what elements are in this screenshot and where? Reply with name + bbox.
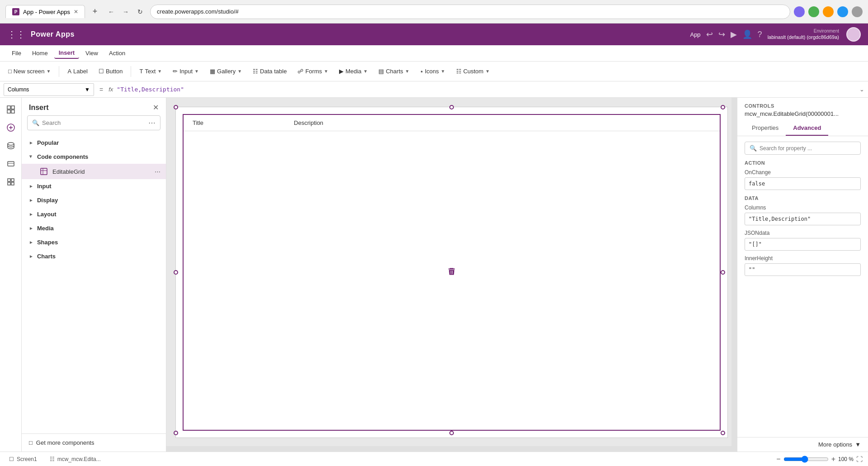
- right-panel-header: CONTROLS mcw_mcw.EditableGrid(00000001..…: [737, 98, 868, 136]
- extension-icon-3: [823, 6, 834, 17]
- innerheight-value[interactable]: [745, 263, 861, 276]
- sidebar-controls-button[interactable]: [3, 156, 19, 172]
- columns-value[interactable]: [745, 213, 861, 225]
- back-button[interactable]: ←: [105, 5, 118, 18]
- redo-icon[interactable]: ↪: [718, 29, 725, 39]
- formula-input[interactable]: [117, 83, 856, 96]
- jsondata-value[interactable]: [745, 238, 861, 251]
- charts-button[interactable]: ▤ Charts ▼: [374, 66, 414, 76]
- forward-button[interactable]: →: [119, 5, 132, 18]
- zoom-slider[interactable]: [783, 456, 829, 463]
- forms-button[interactable]: ☍ Forms ▼: [293, 66, 333, 76]
- category-display-header[interactable]: ► Display: [22, 193, 166, 207]
- help-icon[interactable]: ?: [758, 30, 762, 39]
- share-icon[interactable]: 👤: [742, 29, 752, 39]
- menu-file[interactable]: File: [7, 48, 26, 58]
- onchange-value[interactable]: [745, 177, 861, 190]
- more-options-button[interactable]: More options ▼: [737, 437, 868, 452]
- handle-bot-right[interactable]: [721, 431, 725, 435]
- insert-panel-close-button[interactable]: ✕: [153, 103, 159, 112]
- new-screen-button[interactable]: □ New screen ▼: [4, 66, 55, 76]
- insert-item-editablegrid[interactable]: EditableGrid ⋯: [22, 164, 166, 179]
- play-icon[interactable]: ▶: [731, 29, 737, 39]
- waffle-menu-icon[interactable]: ⋮⋮: [7, 29, 25, 40]
- tab-properties[interactable]: Properties: [745, 121, 786, 136]
- category-input-header[interactable]: ► Input: [22, 179, 166, 193]
- address-bar[interactable]: [150, 5, 790, 19]
- handle-top-left[interactable]: [174, 105, 178, 109]
- handle-top-right[interactable]: [721, 105, 725, 109]
- category-media-header[interactable]: ► Media: [22, 221, 166, 235]
- menu-view[interactable]: View: [81, 48, 103, 58]
- new-tab-button[interactable]: +: [89, 5, 101, 18]
- media-button[interactable]: ▶ Media ▼: [335, 66, 372, 76]
- property-search-input[interactable]: [760, 145, 856, 152]
- refresh-button[interactable]: ↻: [134, 5, 146, 18]
- handle-mid-left[interactable]: [174, 270, 178, 275]
- text-icon: T: [139, 68, 143, 75]
- svg-rect-1: [11, 106, 14, 109]
- icons-button[interactable]: ⭑ Icons ▼: [416, 66, 450, 77]
- handle-bot-center[interactable]: [449, 431, 454, 435]
- browser-tab[interactable]: P App - Power Apps ✕: [5, 5, 85, 18]
- zoom-out-button[interactable]: −: [776, 455, 780, 463]
- editablegrid-more-icon[interactable]: ⋯: [155, 168, 160, 175]
- custom-button[interactable]: ☷ Custom ▼: [452, 66, 495, 76]
- toolbar-sep-1: [59, 66, 59, 77]
- menu-home[interactable]: Home: [28, 48, 52, 58]
- button-button[interactable]: ☐ Button: [94, 66, 127, 76]
- undo-icon[interactable]: ↩: [706, 29, 713, 39]
- screen1-tab[interactable]: ☐ Screen1: [5, 454, 41, 464]
- category-media-label: Media: [37, 225, 54, 232]
- get-more-components-button[interactable]: □ Get more components: [22, 433, 166, 452]
- search-options-button[interactable]: ⋯: [148, 119, 156, 127]
- handle-mid-right[interactable]: [721, 270, 725, 275]
- canvas-vscrollbar[interactable]: [731, 98, 737, 446]
- popular-chevron-icon: ►: [29, 140, 33, 145]
- label-button[interactable]: A Label: [63, 66, 92, 76]
- input-button[interactable]: ✏ Input ▼: [168, 66, 203, 76]
- category-code-components-header[interactable]: ► Code components: [22, 150, 166, 164]
- handle-top-center[interactable]: [449, 105, 454, 109]
- canvas-hscrollbar[interactable]: [166, 446, 737, 452]
- formula-expand-icon[interactable]: ⌄: [859, 86, 864, 93]
- svg-rect-12: [8, 182, 10, 185]
- sidebar-components-button[interactable]: [3, 174, 19, 190]
- text-button[interactable]: T Text ▼: [135, 66, 166, 76]
- user-avatar[interactable]: [846, 27, 861, 42]
- fullscreen-button[interactable]: ⛶: [856, 456, 863, 463]
- component-tab[interactable]: ☷ mcw_mcw.Edita...: [46, 454, 104, 464]
- category-shapes-header[interactable]: ► Shapes: [22, 235, 166, 249]
- canvas-inner: Title Description: [175, 107, 728, 438]
- category-charts-header[interactable]: ► Charts: [22, 249, 166, 263]
- canvas-frame[interactable]: Title Description: [175, 107, 728, 438]
- svg-rect-10: [8, 179, 10, 181]
- sidebar-nav-button[interactable]: [3, 101, 19, 118]
- right-panel: CONTROLS mcw_mcw.EditableGrid(00000001..…: [737, 98, 868, 452]
- insert-panel-header: Insert ✕: [22, 98, 166, 115]
- menu-action[interactable]: Action: [104, 48, 130, 58]
- sidebar-data-button[interactable]: [3, 138, 19, 154]
- tab-close-icon[interactable]: ✕: [74, 9, 78, 15]
- zoom-control: − + 100 % ⛶: [776, 455, 863, 463]
- sidebar-insert-button[interactable]: [3, 119, 19, 136]
- category-popular-header[interactable]: ► Popular: [22, 136, 166, 150]
- charts-icon: ▤: [378, 68, 384, 75]
- tab-advanced[interactable]: Advanced: [786, 121, 828, 136]
- menu-insert[interactable]: Insert: [54, 48, 79, 59]
- category-charts: ► Charts: [22, 249, 166, 263]
- gallery-icon: ▦: [210, 68, 215, 75]
- env-info: Environment labinaslt (default) (orgdc86…: [768, 27, 861, 42]
- formula-equals-sign: =: [98, 86, 105, 93]
- editable-grid-component[interactable]: Title Description: [183, 114, 721, 431]
- control-name: mcw_mcw.EditableGrid(00000001...: [745, 110, 861, 117]
- text-caret: ▼: [157, 69, 162, 74]
- zoom-in-button[interactable]: +: [831, 455, 835, 463]
- handle-bot-left[interactable]: [174, 431, 178, 435]
- code-components-content: EditableGrid ⋯: [22, 164, 166, 179]
- search-input[interactable]: [42, 119, 146, 126]
- gallery-button[interactable]: ▦ Gallery ▼: [205, 66, 246, 76]
- datatable-button[interactable]: ☷ Data table: [248, 66, 291, 76]
- category-layout-header[interactable]: ► Layout: [22, 207, 166, 221]
- formula-dropdown[interactable]: Columns ▼: [4, 83, 94, 96]
